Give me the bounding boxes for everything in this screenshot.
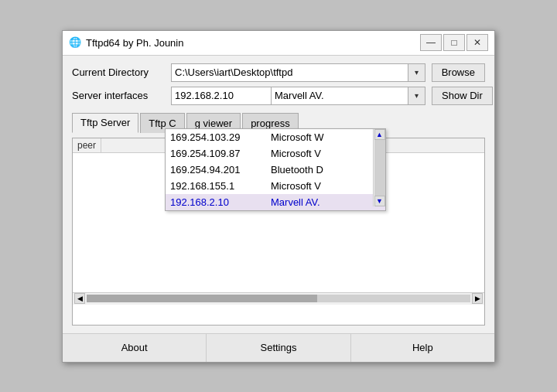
- dropdown-item-3[interactable]: 192.168.155.1 Microsoft V: [166, 178, 385, 194]
- scroll-up-arrow[interactable]: ▲: [374, 129, 385, 140]
- dropdown-scrollbar: ▲ ▼: [373, 129, 385, 206]
- dropdown-ip-2: 169.254.94.201: [170, 164, 271, 176]
- app-icon: 🌐: [69, 36, 81, 49]
- horizontal-scrollbar: ◀ ▶: [73, 292, 484, 305]
- footer: About Settings Help: [63, 333, 494, 362]
- server-interfaces-dropdown: 169.254.103.29 Microsoft W 169.254.109.8…: [165, 128, 386, 211]
- server-interfaces-label: Server interfaces: [72, 90, 165, 101]
- title-bar-controls: — □ ✕: [420, 34, 488, 51]
- app-window: 🌐 Tftpd64 by Ph. Jounin — □ ✕ Current Di…: [62, 30, 495, 363]
- current-directory-input[interactable]: [171, 63, 408, 82]
- close-button[interactable]: ✕: [466, 34, 488, 51]
- show-dir-button[interactable]: Show Dir: [432, 87, 493, 105]
- dropdown-adapter-4: Marvell AV.: [271, 196, 381, 208]
- dropdown-item-0[interactable]: 169.254.103.29 Microsoft W: [166, 129, 385, 145]
- current-directory-input-group: ▾: [171, 63, 425, 82]
- about-button[interactable]: About: [63, 334, 207, 362]
- current-directory-label: Current Directory: [72, 66, 165, 78]
- server-adapter-input[interactable]: [272, 87, 408, 105]
- server-interfaces-dropdown-btn[interactable]: ▾: [408, 87, 425, 105]
- dropdown-ip-3: 192.168.155.1: [170, 180, 271, 192]
- current-directory-row: Current Directory ▾ Browse: [72, 63, 485, 82]
- current-directory-dropdown-btn[interactable]: ▾: [408, 63, 425, 82]
- dropdown-adapter-0: Microsoft W: [271, 131, 381, 143]
- maximize-button[interactable]: □: [443, 34, 465, 51]
- dropdown-item-1[interactable]: 169.254.109.87 Microsoft V: [166, 145, 385, 162]
- scroll-track: [87, 295, 470, 302]
- server-interfaces-row: Server interfaces ▾ Show Dir 169.254.103…: [72, 87, 485, 105]
- column-peer: peer: [73, 138, 101, 152]
- dropdown-ip-1: 169.254.109.87: [170, 148, 271, 159]
- title-bar: 🌐 Tftpd64 by Ph. Jounin — □ ✕: [63, 31, 494, 56]
- scroll-left-arrow[interactable]: ◀: [74, 293, 85, 304]
- dropdown-adapter-1: Microsoft V: [271, 148, 381, 159]
- main-content: Current Directory ▾ Browse Server interf…: [63, 56, 494, 333]
- help-button[interactable]: Help: [351, 334, 494, 362]
- window-title: Tftpd64 by Ph. Jounin: [86, 37, 420, 49]
- scroll-track: [374, 140, 385, 196]
- tab-tftp-server[interactable]: Tftp Server: [72, 113, 138, 133]
- scroll-thumb: [87, 295, 317, 302]
- settings-button[interactable]: Settings: [207, 334, 350, 362]
- scroll-down-arrow[interactable]: ▼: [374, 196, 385, 206]
- server-ip-input[interactable]: [171, 87, 272, 105]
- dropdown-item-4[interactable]: 192.168.2.10 Marvell AV. ▲ ▼: [166, 194, 385, 210]
- minimize-button[interactable]: —: [420, 34, 442, 51]
- dropdown-ip-4: 192.168.2.10: [170, 196, 271, 208]
- dropdown-adapter-3: Microsoft V: [271, 180, 381, 192]
- browse-button[interactable]: Browse: [432, 63, 485, 82]
- dropdown-item-2[interactable]: 169.254.94.201 Bluetooth D: [166, 162, 385, 178]
- dropdown-ip-0: 169.254.103.29: [170, 131, 271, 143]
- dropdown-adapter-2: Bluetooth D: [271, 164, 381, 176]
- server-interfaces-input-wrapper: ▾: [171, 87, 425, 105]
- scroll-right-arrow[interactable]: ▶: [472, 293, 483, 304]
